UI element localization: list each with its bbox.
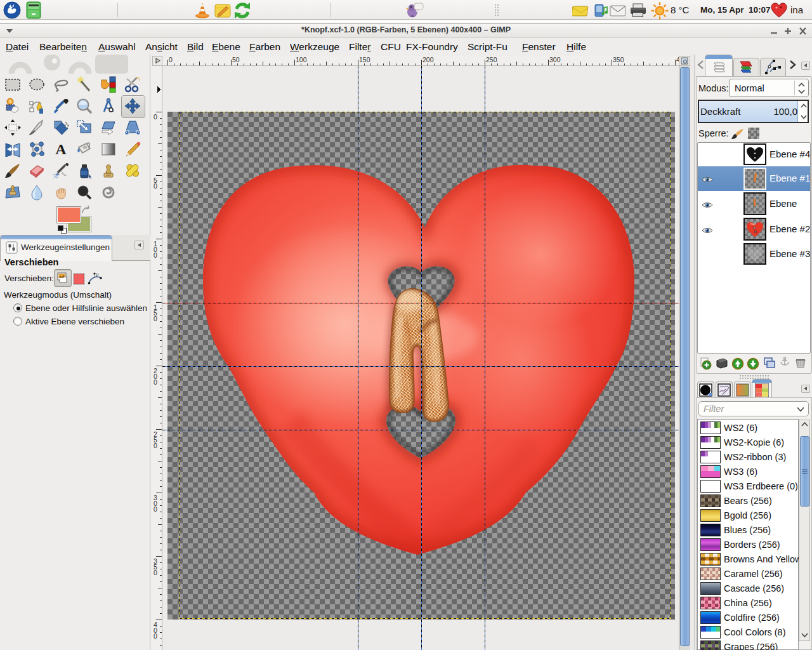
svg-text:A: A [55, 141, 67, 157]
svg-text:0: 0 [169, 56, 173, 63]
svg-text:0: 0 [154, 632, 157, 640]
svg-text:0: 0 [154, 505, 157, 513]
svg-text:350: 350 [613, 56, 624, 63]
svg-text:300: 300 [549, 56, 561, 63]
svg-text:P: P [96, 273, 99, 277]
svg-text:0: 0 [154, 113, 157, 121]
svg-text:150: 150 [359, 56, 370, 63]
svg-text:0: 0 [154, 569, 157, 576]
svg-text:0: 0 [154, 251, 157, 259]
svg-text:0: 0 [154, 378, 157, 386]
svg-text:100: 100 [296, 56, 307, 63]
svg-text:0: 0 [154, 315, 157, 322]
svg-text:200: 200 [422, 56, 434, 63]
svg-text:0: 0 [154, 182, 157, 190]
svg-text:250: 250 [486, 56, 497, 63]
svg-text:0: 0 [154, 442, 157, 449]
svg-text:50: 50 [232, 56, 240, 63]
